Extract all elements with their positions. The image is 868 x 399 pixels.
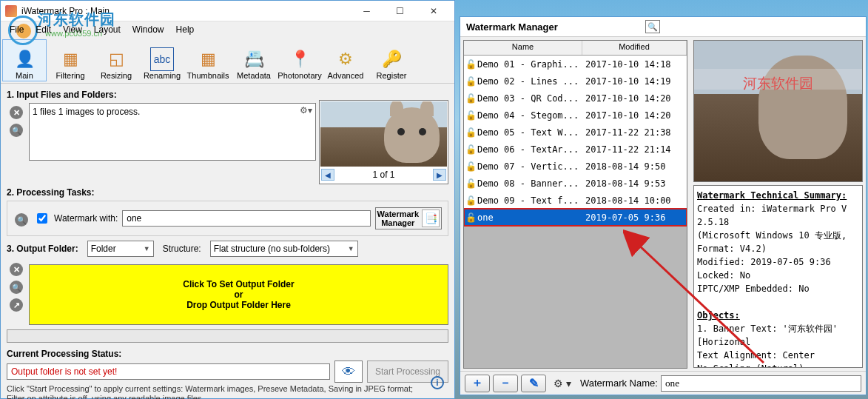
folder-combo[interactable]: Folder▼ [87, 241, 154, 257]
summary-line: Created in: iWatermark Pro V 2.5.18 [697, 202, 859, 229]
row-name: Demo 03 - QR Cod... [477, 93, 582, 104]
table-row[interactable]: 🔓Demo 06 - TextAr...2017-11-22 21:14 [464, 141, 687, 158]
tool-register[interactable]: 🔑Register [369, 39, 414, 81]
thumbnails-icon: ▦ [196, 47, 220, 71]
col-header-name[interactable]: Name [464, 41, 582, 55]
rename-icon: abc [150, 47, 174, 71]
menu-file[interactable]: File [4, 23, 30, 36]
menu-help[interactable]: Help [170, 23, 201, 36]
preview-eye-button[interactable]: 👁 [334, 361, 363, 383]
watermark-manager-window: Watermark Manager 🔍 Name Modified 🔓Demo … [460, 16, 867, 395]
tool-thumbnails[interactable]: ▦Thumbnails [186, 39, 230, 81]
row-name: Demo 01 - Graphi... [477, 59, 582, 70]
menu-edit[interactable]: Edit [30, 23, 57, 36]
wm-search-button[interactable]: 🔍 [645, 20, 660, 33]
watermark-preview: 河东软件园 [693, 40, 863, 182]
table-row[interactable]: 🔓Demo 04 - Stegom...2017-10-10 14:20 [464, 107, 687, 124]
summary-line: [Horizonal [697, 335, 859, 349]
table-row[interactable]: 🔓Demo 02 - Lines ...2017-10-10 14:19 [464, 73, 687, 90]
watermark-with-label: Watermark with: [54, 213, 118, 224]
row-name: Demo 07 - Vertic... [477, 161, 582, 172]
tool-advanced[interactable]: ⚙Advanced [323, 39, 368, 81]
table-row[interactable]: 🔓Demo 03 - QR Cod...2017-10-10 14:20 [464, 90, 687, 107]
row-name: Demo 06 - TextAr... [477, 144, 582, 155]
edit-watermark-button[interactable]: ✎ [521, 375, 546, 392]
tool-renaming[interactable]: abcRenaming [140, 39, 184, 81]
watermark-name-label: Watermark Name: [580, 378, 658, 389]
tool-main[interactable]: 👤Main [2, 39, 47, 81]
row-date: 2017-11-22 21:14 [582, 144, 687, 155]
tool-resizing[interactable]: ◱Resizing [94, 39, 138, 81]
table-row[interactable]: 🔓Demo 01 - Graphi...2017-10-10 14:18 [464, 56, 687, 73]
preview-watermark-text: 河东软件园 [743, 74, 813, 93]
titlebar: iWatermark Pro : Main ─ ☐ ✕ [1, 1, 454, 21]
filter-icon: ▦ [58, 47, 82, 71]
thumb-pager-text: 1 of 1 [372, 170, 394, 180]
window-title: iWatermark Pro : Main [21, 6, 350, 16]
row-name: Demo 05 - Text W... [477, 127, 582, 138]
table-row[interactable]: 🔓Demo 05 - Text W...2017-11-22 21:38 [464, 124, 687, 141]
add-watermark-button[interactable]: ＋ [465, 375, 490, 392]
row-date: 2018-08-14 10:00 [582, 195, 687, 206]
table-row[interactable]: 🔓one2019-07-05 9:36 [464, 209, 687, 226]
menu-layout[interactable]: Layout [88, 23, 127, 36]
tasks-zoom-button[interactable]: 🔍 [15, 213, 28, 227]
table-row[interactable]: 🔓Demo 07 - Vertic...2018-08-14 9:50 [464, 158, 687, 175]
row-date: 2018-08-14 9:53 [582, 178, 687, 189]
row-name: Demo 02 - Lines ... [477, 76, 582, 87]
summary-line: Locked: No [697, 269, 859, 282]
metadata-icon: 📇 [242, 47, 266, 71]
tool-photonotary[interactable]: 📍Photonotary [277, 39, 322, 81]
thumbnail-image[interactable] [320, 101, 447, 167]
watermark-name-input[interactable] [661, 375, 861, 392]
minimize-button[interactable]: ─ [350, 1, 383, 21]
status-section-title: Current Processing Status: [7, 349, 448, 359]
watermark-name-field[interactable]: one [122, 210, 370, 227]
row-date: 2017-10-10 14:20 [582, 93, 687, 104]
watermark-checkbox[interactable] [37, 213, 47, 224]
row-name: Demo 09 - Text f... [477, 195, 582, 206]
input-section-title: 1. Input Files and Folders: [7, 90, 448, 100]
output-zoom-button[interactable]: 🔍 [10, 281, 23, 294]
menu-view[interactable]: View [57, 23, 88, 36]
summary-title: Watermark Technical Summary: [697, 189, 859, 202]
wm-options-dropdown[interactable]: ⚙ ▾ [554, 378, 571, 389]
hint-text: Click "Start Processing" to apply curren… [7, 384, 421, 399]
remove-watermark-button[interactable]: － [493, 375, 518, 392]
clear-output-button[interactable]: ✕ [10, 263, 23, 276]
clear-files-button[interactable]: ✕ [10, 106, 23, 119]
toolbar: 👤Main ▦Filtering ◱Resizing abcRenaming ▦… [1, 38, 454, 84]
lock-icon: 🔓 [464, 144, 477, 155]
thumb-prev-button[interactable]: ◀ [321, 169, 334, 181]
menu-window[interactable]: Window [127, 23, 170, 36]
output-section-title: 3. Output Folder: [7, 244, 78, 254]
table-row[interactable]: 🔓Demo 09 - Text f...2018-08-14 10:00 [464, 192, 687, 209]
col-header-modified[interactable]: Modified [582, 41, 687, 55]
structure-combo[interactable]: Flat structure (no sub-folders)▼ [210, 241, 358, 257]
close-button[interactable]: ✕ [417, 1, 450, 21]
row-date: 2017-10-10 14:18 [582, 59, 687, 70]
output-folder-dropzone[interactable]: Click To Set Output Folder or Drop Outpu… [29, 264, 448, 325]
summary-line: Text Alignment: Center [697, 349, 859, 362]
maximize-button[interactable]: ☐ [383, 1, 417, 21]
zoom-button[interactable]: 🔍 [10, 124, 23, 137]
watermark-list-table: Name Modified 🔓Demo 01 - Graphi...2017-1… [463, 40, 687, 369]
table-row[interactable]: 🔓Demo 08 - Banner...2018-08-14 9:53 [464, 175, 687, 192]
output-open-button[interactable]: ↗ [10, 298, 23, 312]
lock-icon: 🔓 [464, 76, 477, 87]
status-message: Output folder is not set yet! [7, 363, 330, 380]
thumbnail-panel: ◀ 1 of 1 ▶ [319, 100, 448, 184]
tool-filtering[interactable]: ▦Filtering [48, 39, 92, 81]
thumb-next-button[interactable]: ▶ [433, 169, 446, 181]
watermark-manager-button[interactable]: WatermarkManager 📑 [375, 207, 442, 229]
row-name: Demo 08 - Banner... [477, 178, 582, 189]
summary-line: No Scaling (Natural), [697, 362, 859, 368]
input-files-list[interactable]: 1 files 1 images to process. ⚙▾ [29, 103, 316, 161]
watermark-summary: Watermark Technical Summary: Created in:… [693, 185, 863, 368]
tasks-section-title: 2. Processing Tasks: [7, 187, 448, 198]
file-options-dropdown[interactable]: ⚙▾ [300, 105, 312, 115]
main-window: iWatermark Pro : Main ─ ☐ ✕ 河东软件园 www.pc… [0, 0, 455, 399]
lock-icon: 🔓 [464, 195, 477, 206]
info-button[interactable]: i [431, 376, 444, 389]
tool-metadata[interactable]: 📇Metadata [232, 39, 276, 81]
